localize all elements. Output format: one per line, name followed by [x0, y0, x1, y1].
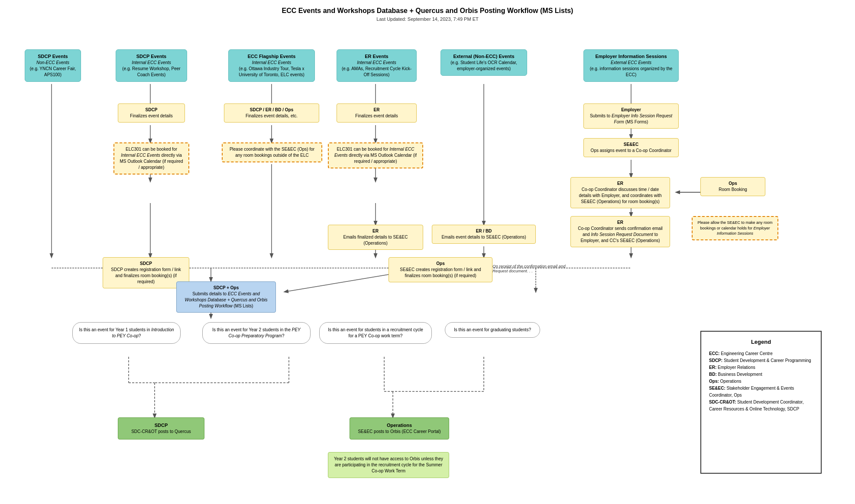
sdcp-creates-label: SDCP: [107, 261, 185, 267]
erbd-emails-seec-box: ER / BD Emails event details to SE&EC (O…: [432, 225, 536, 244]
er-coop-sends-text: Co-op Coordinator sends confirmation ema…: [575, 226, 665, 244]
page: ECC Events and Workshops Database + Quer…: [0, 0, 855, 504]
erbd-emails-seec-label: ER / BD: [437, 228, 531, 234]
legend-item-sdcrot: SDC-CR&OT: Student Development Coordinat…: [709, 399, 813, 413]
on-receipt-text: On receipt of the confirmation email and…: [492, 264, 579, 273]
employer-submits-label: Employer: [588, 107, 674, 113]
sdcp-creates-text: SDCP creates registration form / link an…: [107, 267, 185, 285]
legend-box: Legend ECC: Engineering Career Centre SD…: [700, 331, 822, 474]
event-box-employer-sessions-examples: (e.g. information sessions organized by …: [588, 66, 674, 78]
event-box-er-events-title: ER Events: [341, 53, 412, 60]
decision-recruitment-text: Is this an event for students in a recru…: [326, 327, 425, 339]
er-finalizes-box: ER Finalizes event details: [337, 103, 417, 123]
event-box-sdcp-internal-examples: (e.g. Resume Workshop, Peer Coach Events…: [120, 66, 182, 78]
ecc-finalizes-label: SDCP / ER / BD / Ops: [229, 107, 314, 113]
ops-orbis-label: Operations: [356, 422, 443, 429]
diagram: SDCP Events Non-ECC Events (e.g. YNCN Ca…: [16, 28, 839, 487]
ops-orbis-box: Operations SE&EC posts to Orbis (ECC Car…: [350, 417, 449, 439]
decision-recruitment-box: Is this an event for students in a recru…: [319, 322, 432, 344]
ops-creates-label: Ops: [393, 261, 488, 267]
elc301-er-text: ELC301 can be booked for Internal ECC Ev…: [333, 146, 418, 165]
legend-item-sdcp: SDCP: Student Development & Career Progr…: [709, 357, 813, 364]
decision-year1-text: Is this an event for Year 1 students in …: [79, 327, 174, 339]
sdcp-finalizes-label: SDCP: [123, 107, 180, 113]
legend-item-bd: BD: Business Development: [709, 371, 813, 378]
decision-year2-box: Is this an event for Year 2 students in …: [202, 322, 311, 344]
er-coop-sends-label: ER: [575, 220, 665, 226]
event-box-sdcp-internal-title: SDCP Events: [120, 53, 182, 60]
er-coop-discusses-label: ER: [575, 181, 665, 187]
event-box-sdcp-non-ecc-examples: (e.g. YNCN Career Fair, APS100): [29, 66, 76, 78]
er-emails-seec-box: ER Emails finalized details to SE&EC (Op…: [328, 225, 423, 250]
decision-graduating-box: Is this an event for graduating students…: [445, 322, 540, 338]
page-title: ECC Events and Workshops Database + Quer…: [9, 7, 846, 15]
er-emails-seec-label: ER: [333, 228, 418, 234]
ops-room-booking-text: Room Booking: [705, 187, 761, 193]
sdcp-ops-submits-label: SDCP + Ops: [181, 285, 271, 291]
event-box-sdcp-internal: SDCP Events Internal ECC Events (e.g. Re…: [116, 49, 187, 82]
sdcp-ops-submits-text: Submits details to ECC Events and Worksh…: [181, 291, 271, 309]
legend-item-seec: SE&EC: Stakeholder Engagement & Events C…: [709, 385, 813, 399]
ecc-finalizes-text: Finalizes event details, etc.: [229, 113, 314, 119]
ops-assigns-label: SE&EC: [588, 142, 674, 148]
event-box-sdcp-internal-subtitle: Internal ECC Events: [120, 60, 182, 66]
er-coop-discusses-box: ER Co-op Coordinator discusses time / da…: [570, 177, 670, 208]
legend-item-ops: Ops: Operations: [709, 378, 813, 385]
ops-assigns-box: SE&EC Ops assigns event to a Co-op Coord…: [583, 138, 679, 157]
event-box-external: External (Non-ECC) Events (e.g. Student …: [440, 49, 527, 76]
event-box-sdcp-non-ecc-subtitle: Non-ECC Events: [29, 60, 76, 66]
page-subtitle: Last Updated: September 14, 2023, 7:49 P…: [9, 16, 846, 22]
er-finalizes-text: Finalizes event details: [341, 113, 412, 119]
event-box-ecc-flagship-title: ECC Flagship Events: [233, 53, 310, 60]
decision-graduating-text: Is this an event for graduating students…: [451, 327, 534, 333]
event-box-sdcp-non-ecc: SDCP Events Non-ECC Events (e.g. YNCN Ca…: [25, 49, 81, 82]
event-box-ecc-flagship: ECC Flagship Events Internal ECC Events …: [228, 49, 315, 82]
coordinate-seec-text: Please coordinate with the SE&EC (Ops) f…: [227, 146, 317, 158]
year2-note-text: Year 2 students will not have access to …: [333, 456, 444, 474]
event-box-er-events: ER Events Internal ECC Events (e.g. AMAs…: [337, 49, 417, 82]
ops-orbis-text: SE&EC posts to Orbis (ECC Career Portal): [356, 429, 443, 435]
room-booking-note-box: Please allow the SE&EC to make any room …: [692, 216, 778, 240]
sdcp-finalizes-box: SDCP Finalizes event details: [118, 103, 185, 123]
elc301-internal-text: ELC301 can be booked for Internal ECC Ev…: [119, 146, 184, 171]
sdcp-quercus-box: SDCP SDC-CR&OT posts to Quercus: [118, 417, 204, 439]
erbd-emails-seec-text: Emails event details to SE&EC (Operation…: [437, 234, 531, 240]
ops-creates-box: Ops SE&EC creates registration form / li…: [389, 257, 492, 282]
event-box-employer-sessions-title: Employer Information Sessions: [588, 53, 674, 60]
sdcp-ops-submits-box: SDCP + Ops Submits details to ECC Events…: [176, 281, 276, 313]
event-box-sdcp-non-ecc-title: SDCP Events: [29, 53, 76, 60]
er-coop-discusses-text: Co-op Coordinator discusses time / date …: [575, 187, 665, 205]
elc301-internal-box: ELC301 can be booked for Internal ECC Ev…: [113, 142, 189, 174]
event-box-employer-sessions-subtitle: External ECC Events: [588, 60, 674, 66]
elc301-er-box: ELC301 can be booked for Internal ECC Ev…: [328, 142, 423, 168]
ecc-finalizes-box: SDCP / ER / BD / Ops Finalizes event det…: [224, 103, 319, 123]
decision-year2-text: Is this an event for Year 2 students in …: [209, 327, 304, 339]
decision-year1-box: Is this an event for Year 1 students in …: [72, 322, 181, 344]
sdcp-quercus-label: SDCP: [124, 422, 198, 429]
event-box-er-events-examples: (e.g. AMAs, Recruitment Cycle Kick-Off S…: [341, 66, 412, 78]
legend-item-ecc: ECC: Engineering Career Centre: [709, 350, 813, 357]
ops-assigns-text: Ops assigns event to a Co-op Coordinator: [588, 148, 674, 154]
event-box-external-title: External (Non-ECC) Events: [445, 53, 522, 60]
event-box-employer-sessions: Employer Information Sessions External E…: [583, 49, 679, 82]
sdcp-quercus-text: SDC-CR&OT posts to Quercus: [124, 429, 198, 435]
event-box-ecc-flagship-examples: (e.g. Ottawa Industry Tour, Tesla x Univ…: [233, 66, 310, 78]
sdcp-finalizes-text: Finalizes event details: [123, 113, 180, 119]
ops-room-booking-box: Ops Room Booking: [700, 177, 765, 196]
er-emails-seec-text: Emails finalized details to SE&EC (Opera…: [333, 234, 418, 246]
event-box-ecc-flagship-subtitle: Internal ECC Events: [233, 60, 310, 66]
room-booking-note-text: Please allow the SE&EC to make any room …: [697, 220, 773, 236]
legend-title: Legend: [709, 338, 813, 347]
employer-submits-text: Submits to Employer Info Session Request…: [588, 113, 674, 125]
ops-room-booking-label: Ops: [705, 181, 761, 187]
ops-creates-text: SE&EC creates registration form / link a…: [393, 267, 488, 279]
coordinate-seec-box: Please coordinate with the SE&EC (Ops) f…: [222, 142, 322, 162]
er-coop-sends-box: ER Co-op Coordinator sends confirmation …: [570, 216, 670, 247]
year2-note-box: Year 2 students will not have access to …: [328, 452, 449, 478]
er-finalizes-label: ER: [341, 107, 412, 113]
employer-submits-box: Employer Submits to Employer Info Sessio…: [583, 103, 679, 129]
event-box-external-examples: (e.g. Student Life's OCR Calendar, emplo…: [445, 60, 522, 72]
legend-item-er: ER: Employer Relations: [709, 364, 813, 371]
event-box-er-events-subtitle: Internal ECC Events: [341, 60, 412, 66]
